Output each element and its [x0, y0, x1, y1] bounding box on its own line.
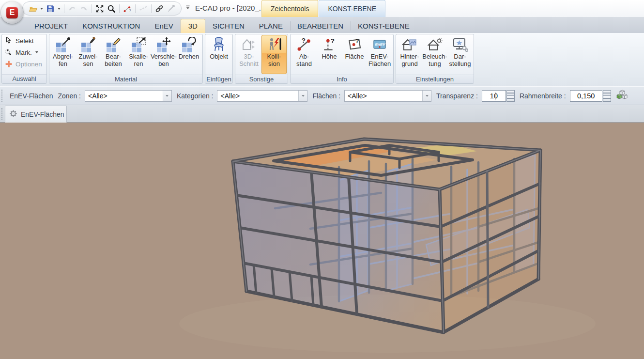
button-drehen[interactable]: Drehen	[176, 35, 201, 74]
group-label: Material	[49, 75, 202, 83]
ribbon-tab-projekt[interactable]: PROJEKT	[27, 19, 75, 33]
ribbon-tab-enev[interactable]: EnEV	[147, 19, 180, 33]
ribbon-tab-sichten[interactable]: SICHTEN	[205, 19, 252, 33]
button-hintergrund[interactable]: Hinter-grund	[397, 35, 422, 74]
categories-dropdown-button[interactable]	[298, 91, 307, 101]
button-label-line: ben	[158, 60, 169, 67]
button-label: Mark.	[15, 49, 32, 56]
categories-combobox[interactable]: <Alle>	[217, 90, 307, 102]
open-file-button[interactable]	[28, 3, 38, 14]
view-tab-label: EnEV-Flächen	[21, 110, 64, 118]
svg-text:EnEV: EnEV	[375, 42, 386, 47]
save-button[interactable]	[45, 3, 56, 14]
spin-down-button[interactable]	[603, 95, 611, 102]
contextual-tab-zeichentools[interactable]: Zeichentools	[261, 0, 318, 17]
button-objekt[interactable]: Objekt	[206, 35, 231, 74]
spin-up-button[interactable]	[506, 90, 515, 96]
button-abgreifen[interactable]: Abgrei-fen	[50, 35, 76, 74]
3d-viewport[interactable]	[0, 123, 644, 359]
ribbon-tab-konstruktion[interactable]: KONSTRUKTION	[75, 19, 147, 33]
button-bearbeiten[interactable]: Bear-beiten	[101, 35, 126, 74]
marquee-select-icon	[4, 48, 13, 57]
pipette-button	[166, 3, 176, 14]
tab-bar-drag-handle[interactable]	[1, 108, 4, 120]
button-enevflchen[interactable]: EnEVEnEV-Flächen	[367, 35, 392, 74]
group-label: Einstellungen	[396, 75, 474, 83]
arrow-up-icon	[603, 93, 611, 94]
ribbon-group-auswahl: SelektMark.OptionenAuswahl	[1, 34, 47, 84]
button-mark[interactable]: Mark.	[3, 47, 46, 58]
link-button[interactable]	[154, 3, 165, 14]
customize-quick-access-button[interactable]	[184, 4, 191, 13]
surfaces-combobox[interactable]: <Alle>	[344, 90, 431, 102]
button-label-line: Objekt	[210, 53, 228, 60]
open-file-icon	[29, 4, 37, 13]
chevron-down-icon[interactable]	[35, 51, 38, 53]
spin-down-button[interactable]	[506, 95, 515, 102]
button-label-line: Drehen	[179, 53, 199, 60]
transparency-input[interactable]: 10	[482, 90, 506, 102]
transparency-label: Transparenz :	[436, 92, 478, 100]
button-selekt[interactable]: Selekt	[3, 35, 46, 47]
fit-view-button[interactable]	[94, 3, 105, 14]
ribbon-tab-bearbeiten[interactable]: BEARBEITEN	[290, 19, 351, 33]
button-abstand[interactable]: ?Ab-stand	[291, 35, 317, 74]
chevron-down-icon[interactable]	[40, 8, 43, 10]
display-icon	[452, 37, 468, 52]
button-kollision[interactable]: Kolli-sion	[261, 35, 287, 74]
redo-button	[78, 3, 89, 14]
application-menu-button[interactable]: E	[1, 1, 23, 24]
surfaces-dropdown-button[interactable]	[422, 91, 431, 101]
frame-width-label: Rahmenbreite :	[520, 92, 566, 100]
svg-text:?: ?	[129, 8, 131, 13]
button-3dschnitt[interactable]: 3D-Schnitt	[236, 35, 261, 74]
zones-combobox[interactable]: <Alle>	[85, 90, 172, 102]
button-hhe[interactable]: ?Höhe	[317, 35, 342, 74]
toolbar-separator	[92, 4, 92, 13]
button-label-line: sion	[268, 60, 280, 67]
button-icon-wrap	[80, 37, 96, 52]
button-zuweisen[interactable]: Zuwei-sen	[76, 35, 101, 74]
ribbon-tab-pl-ne[interactable]: PLÄNE	[252, 19, 290, 33]
button-label-line: Ab-	[299, 53, 309, 60]
surfaces-value: <Alle>	[345, 92, 422, 100]
dashed-line-button	[138, 3, 149, 14]
contextual-tab-konst-ebene[interactable]: KONST-EBENE	[319, 0, 385, 17]
chevron-down-icon	[166, 95, 169, 97]
button-label-line: Flächen	[368, 60, 391, 67]
toolbar-separator	[64, 4, 64, 13]
categories-value: <Alle>	[217, 92, 298, 100]
ribbon-tab-3d[interactable]: 3D	[181, 19, 205, 33]
zoom-button[interactable]	[106, 3, 117, 14]
group-body: Objekt	[205, 34, 232, 75]
button-label: Selekt	[15, 37, 34, 45]
button-label-line: Schnitt	[239, 60, 259, 67]
measure-nodes-button[interactable]: ?	[122, 3, 133, 14]
tab-enev-flaechen[interactable]: EnEV-Flächen	[5, 106, 67, 123]
button-verschieben[interactable]: Verschie-ben	[151, 35, 176, 74]
ribbon: SelektMark.OptionenAuswahlAbgrei-fenZuwe…	[0, 33, 644, 86]
chevron-down-icon[interactable]	[58, 8, 61, 10]
surfaces-label: Flächen :	[312, 92, 340, 100]
contextual-tab-headers: ZeichentoolsKONST-EBENE	[261, 0, 386, 16]
transparency-spinner	[506, 90, 515, 102]
title-bar: ? E-CAD pro - [2020_... ZeichentoolsKONS…	[0, 0, 644, 17]
dashed-line-icon	[139, 4, 148, 13]
button-beleuchtung[interactable]: Beleuch-tung	[422, 35, 447, 74]
button-skalieren[interactable]: Skalie-ren	[126, 35, 151, 74]
ribbon-group-einf-gen: ObjektEinfügen	[205, 34, 233, 84]
button-darstellung[interactable]: Dar-stellung	[447, 35, 473, 74]
button-optionen[interactable]: Optionen	[3, 58, 46, 70]
group-label: Info	[291, 75, 393, 83]
material-rotate-icon	[181, 37, 197, 52]
zoom-icon	[107, 4, 116, 13]
toolbar-drag-handle[interactable]	[1, 90, 5, 102]
spin-up-button[interactable]	[603, 90, 611, 96]
button-flche[interactable]: ?Fläche	[342, 35, 367, 74]
ribbon-tab-konst-ebene[interactable]: KONST-EBENE	[351, 19, 417, 33]
cubes-3d-button[interactable]	[616, 90, 629, 102]
group-body: Hinter-grundBeleuch-tungDar-stellung	[396, 34, 474, 75]
frame-width-input[interactable]: 0,150	[570, 90, 602, 102]
zones-dropdown-button[interactable]	[163, 91, 171, 101]
button-label-line: Bear-	[106, 53, 121, 60]
